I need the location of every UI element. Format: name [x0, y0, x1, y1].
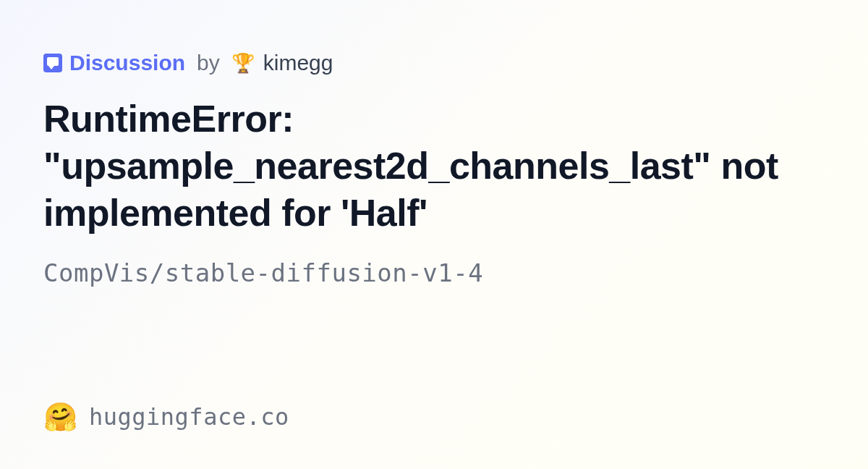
site-name[interactable]: huggingface.co: [89, 403, 289, 431]
author-name[interactable]: kimegg: [263, 51, 333, 75]
repository-path[interactable]: CompVis/stable-diffusion-v1-4: [43, 258, 825, 287]
discussion-title: RuntimeError: "upsample_nearest2d_channe…: [43, 96, 825, 237]
trophy-icon: 🏆: [231, 52, 255, 75]
by-label: by: [197, 51, 220, 75]
footer: 🤗 huggingface.co: [43, 401, 289, 433]
discussion-header: Discussion by 🏆 kimegg: [43, 51, 825, 75]
discussion-label: Discussion: [69, 51, 185, 75]
discussion-icon: [43, 54, 62, 72]
huggingface-logo-icon: 🤗: [43, 401, 77, 433]
